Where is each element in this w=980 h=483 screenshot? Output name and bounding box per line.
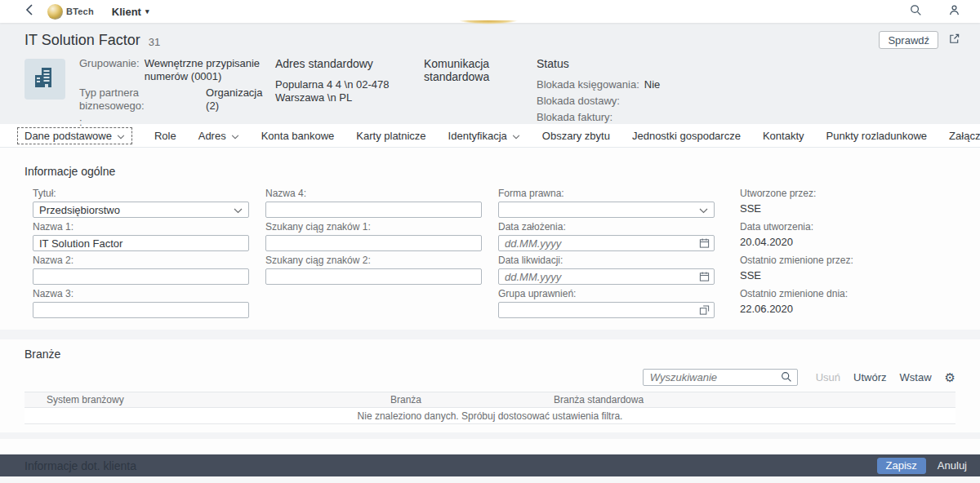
tab-adres[interactable]: Adres [198,130,239,142]
page-title: IT Solution Factor [24,32,140,49]
field-label: Data założenia: [498,221,715,233]
insert-button[interactable]: Wstaw [900,371,932,383]
communication-title: Komunikacja standardowa [424,57,537,83]
delivery-block-label: Blokada dostawy: [537,95,620,108]
tab-label: Kontakty [763,130,804,142]
field-label: Szukany ciąg znaków 1: [265,221,482,233]
industries-toolbar: Usuń Utwórz Wstaw ⚙ [24,367,956,387]
object-title-row: IT Solution Factor 31 Sprawdź [24,23,960,57]
nazwa4-input[interactable] [265,202,482,218]
caret-down-icon: ▾ [145,7,149,16]
brand-globe-icon [47,4,63,20]
tab-label: Dane podstawowe [24,130,112,142]
tytul-select[interactable]: Przedsiębiorstwo [33,202,249,218]
header-actions: Sprawdź [879,31,960,49]
search-icon[interactable] [781,371,792,383]
calendar-icon[interactable] [699,238,710,249]
nazwa3-input[interactable] [33,302,249,318]
save-button[interactable]: Zapisz [877,458,926,474]
chevron-down-icon [231,130,239,142]
field-nazwa3: Nazwa 3: [33,288,249,318]
tab-role[interactable]: Role [154,130,176,142]
page-bottom-strip [0,476,980,483]
nazwa1-input[interactable] [33,235,249,251]
field-szukany1: Szukany ciąg znaków 1: [265,221,482,251]
shell-bar: BTech Klient ▾ [0,0,980,23]
back-button[interactable] [24,4,34,19]
tab-kontakty[interactable]: Kontakty [763,130,804,142]
tab-zalaczniki[interactable]: Załączniki [949,130,980,142]
building-icon [33,65,57,93]
header-facets: Grupowanie: Wewnętrzne przypisanie numer… [24,57,960,132]
settings-gear-icon[interactable]: ⚙ [945,371,956,383]
field-label: Utworzone przez: [740,188,956,199]
tab-dane-podstawowe[interactable]: Dane podstawowe [17,127,132,144]
forma-prawna-select[interactable] [498,202,715,218]
facet-address: Adres standardowy Popularna 4 4 \n 02-47… [275,57,424,104]
field-label: Ostatnio zmienione dnia: [740,288,956,299]
tab-identyfikacja[interactable]: Identyfikacja [448,130,520,142]
grouping-label: Grupowanie: [79,57,140,83]
field-label: Nazwa 2: [33,255,249,266]
calendar-icon[interactable] [699,272,710,282]
tab-obszary-zbytu[interactable]: Obszary zbytu [542,130,610,142]
tab-punkty-rozladunkowe[interactable]: Punkty rozladunkowe [826,130,928,142]
partner-type-label: Typ partnera biznesowego: [79,86,201,113]
user-profile-button[interactable] [948,4,960,19]
industries-search [643,369,798,386]
industries-section: Branże Usuń Utwórz Wstaw ⚙ System branżo… [0,339,980,432]
search-button[interactable] [910,4,922,19]
share-icon [948,33,960,47]
partner-number: 31 [149,36,160,48]
tab-label: Adres [198,130,226,142]
data-likwidacji-input[interactable] [498,268,715,285]
facet-general: Grupowanie: Wewnętrzne przypisanie numer… [79,57,275,132]
field-forma-prawna: Forma prawna: [498,188,715,218]
tab-label: Karty platnicze [356,130,425,142]
cancel-button[interactable]: Anuluj [938,459,967,472]
partner-type-value: Organizacja (2) [206,86,275,113]
empty-cell [265,288,482,318]
create-button[interactable]: Utwórz [853,371,886,383]
address-value: Popularna 4 4 \n 02-478 Warszawa \n PL [275,78,424,104]
person-icon [948,4,960,19]
delete-button[interactable]: Usuń [816,371,840,383]
object-header: IT Solution Factor 31 Sprawdź [0,23,980,124]
chevron-left-icon [24,4,34,19]
column-system-branzowy: System branżowy [47,394,390,405]
brand-logo[interactable]: BTech [47,4,94,20]
brand-name: BTech [66,7,94,16]
invoice-block-label: Blokada faktury: [537,111,612,124]
field-data-likwidacji: Data likwidacji: [498,255,715,285]
field-label: Nazwa 1: [33,221,249,233]
tab-label: Obszary zbytu [542,130,610,142]
search-input[interactable] [643,369,798,386]
tab-konta-bankowe[interactable]: Konta bankowe [261,130,335,142]
field-utworzone-przez: Utworzone przez: SSE [731,188,956,218]
tab-label: Konta bankowe [261,130,335,142]
chevron-down-icon [699,204,708,216]
field-label: Nazwa 4: [265,188,482,199]
share-button[interactable] [948,33,960,47]
data-zalozenia-input[interactable] [498,235,715,251]
value-help-icon[interactable] [699,305,710,316]
chevron-down-icon [512,130,520,142]
facet-communication: Komunikacja standardowa [424,57,537,91]
grupa-uprawnien-input[interactable] [498,302,715,318]
tab-label: Identyfikacja [448,130,507,142]
app-title-menu[interactable]: Klient ▾ [112,6,149,18]
field-data-utworzenia: Data utworzenia: 20.04.2020 [731,221,956,251]
tab-label: Jednostki gospodarcze [632,130,741,142]
check-button[interactable]: Sprawdź [879,31,938,49]
nazwa2-input[interactable] [33,268,249,285]
field-label: Data likwidacji: [498,255,715,266]
facet-status: Status Blokada księgowania: Nie Blokada … [537,57,749,127]
szukany2-input[interactable] [265,268,482,285]
status-title: Status [537,57,749,70]
tab-jednostki-gospodarcze[interactable]: Jednostki gospodarcze [632,130,741,142]
tab-karty-platnicze[interactable]: Karty platnicze [356,130,425,142]
search-icon [910,4,922,19]
field-nazwa2: Nazwa 2: [33,255,249,285]
szukany1-input[interactable] [265,235,482,251]
status-row: Blokada księgowania: Nie [537,78,749,91]
